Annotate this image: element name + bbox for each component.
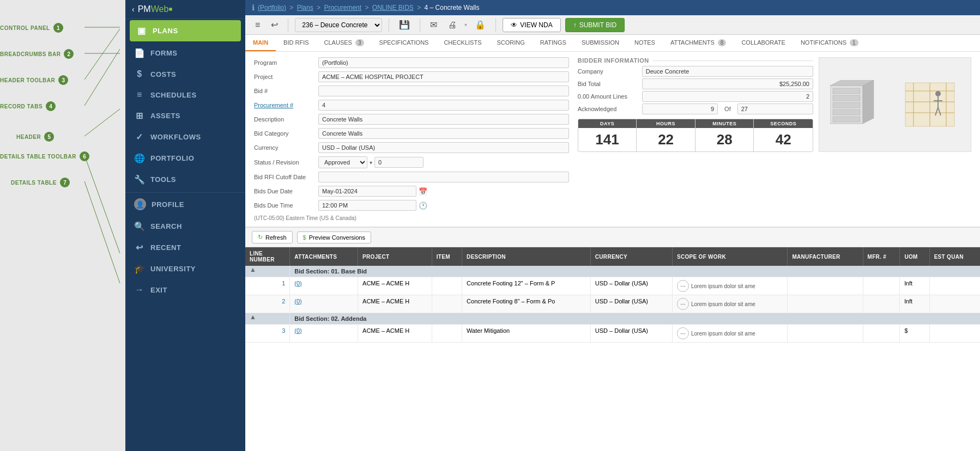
sidebar-item-recent-label: RECENT xyxy=(150,243,181,252)
procurement-input[interactable] xyxy=(318,100,569,111)
procurement-label[interactable]: Procurement # xyxy=(254,102,314,108)
sidebar-item-university[interactable]: 🎓 UNIVERSITY xyxy=(125,258,245,279)
breadcrumb-online-bids[interactable]: ONLINE BIDS xyxy=(372,4,414,11)
tools-icon: 🔧 xyxy=(134,174,145,185)
scaffolding-svg xyxy=(900,80,960,129)
cell-att-1[interactable]: (0) xyxy=(290,277,358,295)
svg-rect-9 xyxy=(833,95,860,101)
right-panel: BIDDER INFORMATION Company Bid Total xyxy=(578,57,971,221)
description-input[interactable] xyxy=(318,114,569,125)
sidebar-item-assets[interactable]: ⊞ ASSETS xyxy=(125,105,245,126)
recent-icon: ↩ xyxy=(134,242,145,253)
cell-line-1[interactable]: 1 xyxy=(245,277,290,295)
section-row-base-bid: ▲ Bid Section: 01. Base Bid xyxy=(245,266,980,277)
cell-mfr-2 xyxy=(863,295,900,313)
revision-input[interactable] xyxy=(374,157,424,168)
sidebar-item-schedules-label: SCHEDULES xyxy=(150,91,197,99)
bid-num-input[interactable] xyxy=(318,86,569,96)
sidebar-item-plans[interactable]: ▣ PLANS xyxy=(130,20,241,41)
plans-icon: ▣ xyxy=(136,26,147,36)
tab-clauses[interactable]: CLAUSES 3 xyxy=(317,35,372,51)
tab-notes[interactable]: NOTES xyxy=(627,35,663,51)
currency-input[interactable] xyxy=(318,142,569,153)
sidebar-item-exit[interactable]: → EXIT xyxy=(125,279,245,300)
sidebar-item-plans-label: PLANS xyxy=(153,27,178,35)
bid-category-input[interactable] xyxy=(318,128,569,139)
save-button[interactable]: 💾 xyxy=(396,17,413,32)
sidebar-item-costs[interactable]: $ COSTS xyxy=(125,64,245,84)
cell-curr-3: USD – Dollar (USA) xyxy=(590,325,672,343)
svg-line-4 xyxy=(84,109,120,136)
acknowledged-input[interactable] xyxy=(642,103,718,114)
company-input[interactable] xyxy=(642,66,813,77)
svg-line-5 xyxy=(84,155,120,253)
col-mfr-num: MFR. # xyxy=(863,247,900,266)
tab-bid-rfis[interactable]: BID RFIS xyxy=(276,35,316,51)
refresh-button[interactable]: ↻ Refresh xyxy=(252,231,293,243)
tab-checklists[interactable]: CHECKLISTS xyxy=(436,35,489,51)
sidebar-collapse-icon[interactable]: ‹ xyxy=(132,5,135,14)
record-selector[interactable]: 236 – Deuce Concrete xyxy=(295,18,382,32)
submit-bid-button[interactable]: ↑ SUBMIT BID xyxy=(565,18,625,32)
cell-att-2[interactable]: (0) xyxy=(290,295,358,313)
tab-scoring[interactable]: SCORING xyxy=(489,35,533,51)
history-button[interactable]: ↩ xyxy=(268,17,281,32)
svg-rect-10 xyxy=(833,102,860,108)
sidebar-item-tools[interactable]: 🔧 TOOLS xyxy=(125,169,245,190)
lock-button[interactable]: 🔒 xyxy=(471,17,489,32)
divider-4 xyxy=(495,19,496,32)
tab-specifications[interactable]: SPECIFICATIONS xyxy=(372,35,437,51)
mail-button[interactable]: ✉ xyxy=(427,17,440,32)
cell-mfg-1 xyxy=(788,277,863,295)
tab-collaborate[interactable]: COLLABORATE xyxy=(734,35,793,51)
tab-main[interactable]: MAIN xyxy=(245,35,276,51)
status-select[interactable]: Approved xyxy=(318,156,367,168)
section-collapse-1[interactable]: ▲ xyxy=(250,266,256,273)
print-button[interactable]: 🖨 xyxy=(445,18,460,32)
submit-bid-label: SUBMIT BID xyxy=(579,21,616,29)
amount-lines-input[interactable] xyxy=(642,91,813,102)
cell-att-3[interactable]: (0) xyxy=(290,325,358,343)
breadcrumb-procurement[interactable]: Procurement xyxy=(324,4,361,11)
view-nda-button[interactable]: 👁 VIEW NDA xyxy=(503,18,560,32)
scope-ellipsis-1[interactable]: ··· xyxy=(677,280,689,292)
breadcrumb-portfolio[interactable]: (Portfolio) xyxy=(258,4,286,11)
bid-rfi-cutoff-label: Bid RFI Cutoff Date xyxy=(254,174,314,180)
of-input[interactable] xyxy=(737,103,813,114)
sidebar-nav: ▣ PLANS 📄 FORMS $ COSTS ≡ SCHEDULES ⊞ xyxy=(125,19,245,451)
annotation-details-table: DETAILS TABLE 7 xyxy=(11,178,70,187)
sidebar-item-search[interactable]: 🔍 SEARCH xyxy=(125,216,245,237)
bid-rfi-cutoff-input[interactable] xyxy=(318,172,569,182)
bid-total-input[interactable] xyxy=(642,78,813,89)
sidebar-item-schedules[interactable]: ≡ SCHEDULES xyxy=(125,84,245,105)
scope-ellipsis-2[interactable]: ··· xyxy=(677,298,689,310)
breadcrumb-plans[interactable]: Plans xyxy=(297,4,313,11)
tab-notifications[interactable]: NOTIFICATIONS 1 xyxy=(793,35,866,51)
sidebar-item-portfolio[interactable]: 🌐 PORTFOLIO xyxy=(125,148,245,169)
section-collapse-2[interactable]: ▲ xyxy=(250,313,256,321)
project-input[interactable] xyxy=(318,71,569,82)
bids-due-date-input[interactable] xyxy=(318,186,416,197)
sidebar-item-forms[interactable]: 📄 FORMS xyxy=(125,42,245,64)
status-label: Status / Revision xyxy=(254,159,314,166)
bids-due-time-input[interactable] xyxy=(318,200,416,211)
svg-line-6 xyxy=(84,181,120,283)
program-input[interactable] xyxy=(318,57,569,68)
calendar-icon[interactable]: 📅 xyxy=(419,187,427,196)
preview-conversions-button[interactable]: $ Preview Conversions xyxy=(297,231,371,243)
section-label-addenda: Bid Section: 02. Addenda xyxy=(290,313,980,325)
list-view-button[interactable]: ≡ xyxy=(252,18,263,32)
cell-proj-3: ACME – ACME H xyxy=(358,325,432,343)
tab-attachments[interactable]: ATTACHMENTS 8 xyxy=(663,35,734,51)
sidebar-item-workflows[interactable]: ✓ WORKFLOWS xyxy=(125,126,245,148)
sidebar-item-profile[interactable]: 👤 PROFILE xyxy=(125,192,245,216)
svg-rect-11 xyxy=(833,109,860,115)
cell-line-3[interactable]: 3 xyxy=(245,325,290,343)
record-tabs: MAIN BID RFIS CLAUSES 3 SPECIFICATIONS C… xyxy=(245,35,980,52)
tab-ratings[interactable]: RATINGS xyxy=(533,35,574,51)
sidebar-item-recent[interactable]: ↩ RECENT xyxy=(125,237,245,258)
clock-icon[interactable]: 🕐 xyxy=(419,202,427,210)
scope-ellipsis-3[interactable]: ··· xyxy=(677,327,689,339)
tab-submission[interactable]: SUBMISSION xyxy=(574,35,627,51)
cell-line-2[interactable]: 2 xyxy=(245,295,290,313)
